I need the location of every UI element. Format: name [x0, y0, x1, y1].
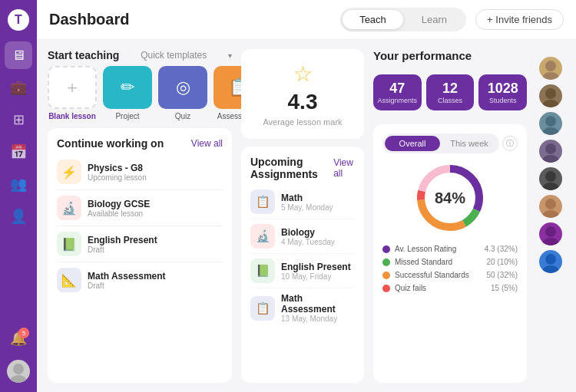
- upcoming-math-name: Math: [281, 193, 333, 203]
- svg-point-20: [545, 226, 556, 237]
- notification-badge: 5: [18, 328, 29, 338]
- stat-students: 1028 Students: [478, 74, 527, 110]
- performance-title: Your performance: [373, 49, 527, 62]
- tab-teach[interactable]: Teach: [343, 10, 403, 29]
- avatars-column: [536, 49, 565, 383]
- sidebar-item-people[interactable]: 👥: [5, 170, 32, 198]
- upcoming-biology[interactable]: 🔬 Biology 4 May, Tuesday: [250, 219, 355, 254]
- template-cards-row: ＋ Blank lesson ✏ Project ◎ Quiz 📋 Assess…: [48, 66, 232, 120]
- physics-icon: ⚡: [57, 160, 81, 184]
- perf-tabs-container: Overall This week ⓘ: [382, 133, 518, 153]
- start-teaching-header: Start teaching Quick templates ▾: [48, 49, 232, 61]
- svg-point-18: [545, 199, 556, 209]
- cwon-item-math-name: Math Assessment: [88, 271, 223, 282]
- svg-point-16: [545, 171, 556, 182]
- svg-point-15: [542, 155, 559, 163]
- metric-quiz: Quiz fails 15 (5%): [382, 282, 518, 295]
- cwon-item-english-name: English Present: [88, 235, 223, 245]
- metric-value-quiz: 15 (5%): [491, 284, 518, 292]
- upcoming-header: Upcoming Assignments View all: [250, 156, 355, 180]
- avatar-8[interactable]: [539, 250, 562, 273]
- perf-tab-overall[interactable]: Overall: [385, 136, 440, 151]
- upcoming-english[interactable]: 📗 English Present 10 May, Friday: [250, 254, 355, 288]
- svg-point-0: [13, 364, 24, 374]
- header: Dashboard Teach Learn + Invite friends: [37, 0, 576, 40]
- metric-value-rating: 4.3 (32%): [485, 245, 518, 253]
- avatar-5[interactable]: [539, 167, 562, 190]
- avatar-3[interactable]: [539, 112, 562, 135]
- stat-students-label: Students: [482, 97, 524, 104]
- upcoming-biology-info: Biology 4 May, Tuesday: [281, 227, 335, 246]
- cwon-item-physics[interactable]: ⚡ Physics - G8 Upcoming lesson: [57, 154, 223, 190]
- biology-icon: 🔬: [57, 196, 81, 220]
- template-quiz[interactable]: ◎ Quiz: [158, 66, 207, 120]
- metric-missed: Missed Standard 20 (10%): [382, 255, 518, 268]
- cwon-item-english-info: English Present Draft: [88, 235, 223, 254]
- invite-friends-button[interactable]: + Invite friends: [475, 9, 564, 30]
- stat-assignments-num: 47: [376, 81, 419, 97]
- upcoming-assignments-card: Upcoming Assignments View all 📋 Math 5 M…: [241, 147, 364, 383]
- stat-classes-label: Classes: [429, 97, 472, 104]
- upcoming-math-assessment[interactable]: 📋 Math Assessment 13 May, Monday: [250, 288, 355, 328]
- cwon-view-all[interactable]: View all: [191, 138, 223, 149]
- svg-point-12: [545, 116, 556, 127]
- sidebar-item-person[interactable]: 👤: [5, 203, 32, 230]
- upcoming-english-date: 10 May, Friday: [281, 272, 351, 281]
- stat-classes: 12 Classes: [426, 74, 475, 110]
- page-title: Dashboard: [49, 11, 331, 28]
- metric-successful: Successful Standards 50 (32%): [382, 268, 518, 282]
- stat-students-num: 1028: [482, 81, 524, 97]
- avatar-2[interactable]: [539, 84, 562, 107]
- upcoming-english-name: English Present: [281, 262, 351, 272]
- upcoming-english-info: English Present 10 May, Friday: [281, 262, 351, 281]
- avatar-6[interactable]: [539, 195, 562, 218]
- average-label: Average lesson mark: [263, 117, 342, 127]
- cwon-header: Continue working on View all: [57, 137, 223, 150]
- project-label: Project: [115, 112, 139, 120]
- metric-lesson-rating: Av. Lesson Rating 4.3 (32%): [382, 242, 518, 255]
- quiz-label: Quiz: [175, 112, 191, 120]
- cwon-item-math-sub: Draft: [88, 282, 223, 290]
- cwon-item-biology[interactable]: 🔬 Biology GCSE Available lesson: [57, 190, 223, 226]
- tab-learn[interactable]: Learn: [405, 10, 464, 29]
- upcoming-math-info: Math 5 May, Monday: [281, 193, 333, 212]
- quiz-icon: ◎: [158, 66, 207, 109]
- sidebar-item-monitor[interactable]: 🖥: [5, 41, 32, 69]
- upcoming-view-all[interactable]: View all: [333, 157, 355, 179]
- template-blank[interactable]: ＋ Blank lesson: [48, 66, 97, 120]
- upcoming-math[interactable]: 📋 Math 5 May, Monday: [250, 185, 355, 219]
- cwon-item-math-info: Math Assessment Draft: [88, 271, 223, 290]
- svg-point-17: [542, 183, 559, 190]
- teach-learn-tabs: Teach Learn: [340, 8, 466, 31]
- cwon-item-math[interactable]: 📐 Math Assessment Draft: [57, 262, 223, 298]
- app-logo: T: [8, 9, 29, 31]
- user-avatar[interactable]: [7, 360, 30, 383]
- start-teaching-title: Start teaching: [48, 49, 119, 61]
- info-icon[interactable]: ⓘ: [502, 136, 518, 151]
- upcoming-math-date: 5 May, Monday: [281, 203, 333, 212]
- upcoming-math-icon: 📋: [250, 189, 275, 214]
- notification-bell[interactable]: 🔔 5: [5, 324, 32, 352]
- perf-tabs: Overall This week: [382, 133, 499, 153]
- body: Start teaching Quick templates ▾ ＋ Blank…: [37, 40, 576, 392]
- upcoming-title: Upcoming Assignments: [250, 156, 333, 180]
- performance-card: Overall This week ⓘ: [373, 124, 527, 383]
- template-project[interactable]: ✏ Project: [103, 66, 152, 120]
- avatar-4[interactable]: [539, 140, 562, 163]
- sidebar-item-grid[interactable]: ⊞: [5, 106, 32, 133]
- sidebar-item-calendar[interactable]: 📅: [5, 138, 32, 166]
- avatar-1[interactable]: [539, 57, 562, 80]
- perf-tab-thisweek[interactable]: This week: [442, 136, 497, 151]
- start-teaching-section: Start teaching Quick templates ▾ ＋ Blank…: [48, 49, 232, 120]
- avatar-7[interactable]: [539, 222, 562, 245]
- upcoming-biology-name: Biology: [281, 227, 335, 238]
- sidebar-item-briefcase[interactable]: 💼: [5, 74, 32, 101]
- svg-point-10: [545, 88, 556, 99]
- cwon-title: Continue working on: [57, 137, 164, 150]
- metric-label-rating: Av. Lesson Rating: [395, 245, 480, 253]
- blank-label: Blank lesson: [48, 112, 96, 120]
- donut-percent: 84%: [435, 189, 465, 207]
- svg-point-11: [542, 100, 559, 107]
- cwon-item-english[interactable]: 📗 English Present Draft: [57, 226, 223, 262]
- quick-templates-label: Quick templates: [141, 50, 207, 61]
